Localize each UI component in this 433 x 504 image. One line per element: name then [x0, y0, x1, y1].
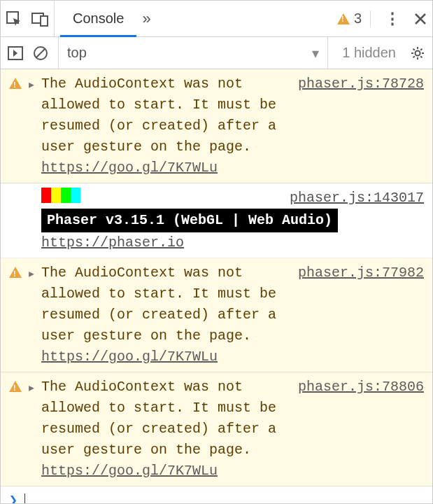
console-message-warning[interactable]: ▸ The AudioContext was not allowed to st…: [1, 372, 432, 486]
warning-count-number: 3: [354, 10, 362, 27]
message-source-link[interactable]: phaser.js:77982: [284, 262, 424, 284]
message-source-link[interactable]: phaser.js:78728: [284, 74, 424, 94]
dropdown-icon: ▾: [312, 45, 319, 62]
message-text: The AudioContext was not allowed to star…: [41, 265, 276, 344]
context-selector[interactable]: top ▾: [58, 37, 328, 69]
message-source-link[interactable]: phaser.js:78806: [284, 377, 424, 398]
console-message-log[interactable]: phaser.js:143017 Phaser v3.15.1 (WebGL |…: [1, 183, 432, 258]
message-level-icon: [9, 377, 27, 482]
context-selector-value: top: [67, 45, 87, 61]
prompt-chevron-icon: ❯: [9, 491, 17, 504]
top-right-group: 3 ⋮: [337, 10, 427, 28]
phaser-version-banner: Phaser v3.15.1 (WebGL | Web Audio): [41, 209, 338, 232]
console-message-list: ▸ The AudioContext was not allowed to st…: [1, 69, 432, 504]
toggle-sidebar-icon[interactable]: [8, 46, 23, 60]
message-level-icon: [9, 74, 27, 178]
message-text: The AudioContext was not allowed to star…: [41, 379, 276, 458]
console-prompt[interactable]: ❯: [1, 486, 432, 504]
console-message-warning[interactable]: ▸ The AudioContext was not allowed to st…: [1, 69, 432, 183]
kebab-menu-icon[interactable]: ⋮: [385, 10, 400, 28]
message-link[interactable]: https://goo.gl/7K7WLu: [41, 463, 218, 479]
message-text: The AudioContext was not allowed to star…: [41, 76, 276, 155]
tab-console[interactable]: Console: [60, 1, 136, 37]
inspect-element-icon[interactable]: [6, 11, 22, 27]
message-link[interactable]: https://goo.gl/7K7WLu: [41, 349, 218, 365]
message-level-icon: [9, 262, 27, 368]
warning-badge[interactable]: 3: [337, 10, 371, 27]
console-message-warning[interactable]: ▸ The AudioContext was not allowed to st…: [1, 258, 432, 372]
expand-toggle-icon[interactable]: ▸: [27, 262, 41, 368]
expand-spacer: [27, 188, 41, 253]
top-left-icon-group: [6, 1, 55, 36]
expand-toggle-icon[interactable]: ▸: [27, 377, 41, 482]
expand-toggle-icon[interactable]: ▸: [27, 74, 41, 178]
close-devtools-icon[interactable]: [414, 13, 427, 25]
tab-console-label: Console: [73, 10, 124, 27]
console-toolbar: top ▾ 1 hidden: [1, 37, 432, 69]
clear-console-icon[interactable]: [33, 46, 48, 61]
device-toggle-icon[interactable]: [31, 11, 48, 27]
hidden-messages-label[interactable]: 1 hidden: [338, 45, 400, 61]
message-link[interactable]: https://goo.gl/7K7WLu: [41, 160, 218, 176]
warning-icon: [337, 13, 350, 24]
more-tabs-icon[interactable]: »: [142, 10, 150, 28]
console-settings-icon[interactable]: [410, 46, 425, 61]
devtools-top-bar: Console » 3 ⋮: [1, 1, 432, 37]
svg-point-5: [416, 50, 420, 55]
phaser-site-link[interactable]: https://phaser.io: [41, 234, 184, 251]
message-source-link[interactable]: phaser.js:143017: [276, 188, 424, 209]
svg-rect-2: [41, 16, 48, 26]
phaser-color-strip: [41, 188, 80, 203]
message-level-icon: [9, 188, 27, 253]
